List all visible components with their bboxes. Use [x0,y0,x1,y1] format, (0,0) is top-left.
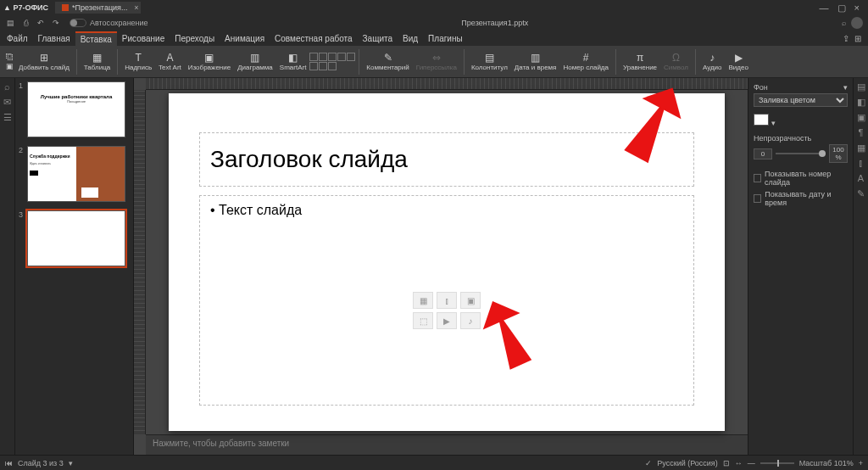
date-time-button[interactable]: ▥Дата и время [511,52,560,71]
spellcheck-icon[interactable]: ✓ [645,459,652,467]
menu-animation[interactable]: Анимация [220,32,270,45]
menu-file[interactable]: Файл [2,32,33,45]
save-icon[interactable]: ▤ [5,19,15,27]
fill-type-select[interactable]: Заливка цветом [754,93,848,107]
copy-icon[interactable]: ⿻ [3,53,15,61]
hyperlink-button[interactable]: ⇔Гиперссылка [413,52,460,71]
thumb-number: 3 [19,210,24,266]
signature-settings-icon[interactable]: ✎ [856,188,866,199]
insert-chart-icon[interactable]: ⫿ [437,292,457,309]
textbox-icon: T [131,52,145,64]
chevron-down-icon[interactable]: ▾ [771,119,776,127]
thumb-slide-1[interactable]: Лучшие работники квартала Поощрение [27,81,125,137]
slide-settings-icon[interactable]: ▤ [856,81,866,92]
textart-settings-icon[interactable]: A [856,173,866,183]
chevron-down-icon[interactable]: ▾ [843,83,848,92]
image-settings-icon[interactable]: ▣ [856,112,866,122]
chevron-down-icon[interactable]: ▾ [69,459,73,467]
add-slide-button[interactable]: ⊞Добавить слайд [15,52,73,71]
opacity-min[interactable]: 0 [754,148,772,159]
symbol-button[interactable]: ΩСимвол [660,52,692,71]
opacity-max[interactable]: 100 % [829,144,848,163]
equation-button[interactable]: πУравнение [620,52,660,71]
insert-picture-icon[interactable]: ▣ [460,292,481,309]
autosave-toggle[interactable]: Автосохранение [70,19,148,27]
vertical-ruler[interactable] [134,90,146,434]
smartart-button[interactable]: ◧SmartArt [276,52,310,71]
chart-settings-icon[interactable]: ⫿ [856,158,866,168]
thumb-slide-3[interactable] [27,210,125,266]
table-icon: ▦ [91,52,104,64]
header-footer-icon: ▤ [482,52,496,64]
table-settings-icon[interactable]: ▦ [856,143,866,153]
language-label[interactable]: Русский (Россия) [657,459,717,467]
comment-button[interactable]: ✎Комментарий [363,52,412,71]
tab-title: *Презентация... [72,3,127,12]
shape-settings-icon[interactable]: ◧ [856,97,866,107]
paste-icon[interactable]: ▣ [3,62,15,70]
menu-view[interactable]: Вид [398,32,423,45]
undo-icon[interactable]: ↶ [36,19,46,27]
color-swatch[interactable] [754,114,769,126]
menu-protect[interactable]: Защита [358,32,398,45]
comments-panel-icon[interactable]: ✉ [3,97,13,107]
menu-insert[interactable]: Вставка [75,31,117,46]
print-icon[interactable]: ⎙ [20,19,31,27]
prev-slide-icon[interactable]: ⏮ [5,459,13,467]
title-placeholder[interactable]: Заголовок слайда [199,132,694,187]
insert-clipart-icon[interactable]: ⬚ [413,312,433,329]
chart-button[interactable]: ▥Диаграмма [234,52,276,71]
content-placeholder[interactable]: • Текст слайда ▦ ⫿ ▣ ⬚ ▶ ♪ [199,195,694,406]
video-icon: ▶ [732,52,745,64]
window-maximize-icon[interactable]: ▢ [837,3,846,14]
textbox-button[interactable]: TНадпись [121,52,155,71]
shapes-gallery[interactable] [309,53,355,70]
left-toolbar: ⌕ ✉ ☰ [0,78,15,455]
right-toolbar: ▤ ◧ ▣ ¶ ▦ ⫿ A ✎ [853,78,868,455]
menu-home[interactable]: Главная [33,32,75,45]
toggle-switch-icon[interactable] [70,19,86,27]
document-title: Презентация1.pptx [153,19,837,27]
zoom-out-icon[interactable]: — [748,459,755,467]
window-close-icon[interactable]: × [854,3,860,14]
feedback-icon[interactable]: ☰ [3,112,13,122]
fit-icon[interactable]: ⊡ [723,459,730,467]
header-footer-button[interactable]: ▤Колонтитул [468,52,511,71]
add-slide-icon: ⊞ [37,52,51,64]
redo-icon[interactable]: ↷ [51,19,61,27]
menu-draw[interactable]: Рисование [117,32,170,45]
user-avatar[interactable] [851,17,863,29]
show-date-time-checkbox[interactable]: Показывать дату и время [754,190,848,207]
textart-button[interactable]: AText Art [155,52,185,71]
document-tab[interactable]: *Презентация... × [55,2,141,14]
table-button[interactable]: ▦Таблица [81,52,114,71]
menu-collab[interactable]: Совместная работа [270,32,358,45]
search-icon[interactable]: ⌕ [842,19,846,27]
zoom-in-icon[interactable]: + [859,459,863,467]
zoom-slider[interactable] [760,462,794,464]
insert-table-icon[interactable]: ▦ [413,292,433,309]
opacity-slider[interactable] [776,153,826,154]
video-button[interactable]: ▶Видео [726,52,752,71]
image-button[interactable]: ▣Изображение [185,52,234,71]
audio-button[interactable]: ♪Аудио [699,52,726,71]
thumb-number: 1 [19,81,24,137]
autosave-label: Автосохранение [90,19,148,27]
image-icon: ▣ [203,52,216,64]
slide-thumbnails: 1 Лучшие работники квартала Поощрение 2 … [15,78,134,455]
paragraph-settings-icon[interactable]: ¶ [856,127,866,137]
open-location-icon[interactable]: ⊞ [854,34,861,43]
find-icon[interactable]: ⌕ [3,81,13,92]
show-slide-number-checkbox[interactable]: Показывать номер слайда [754,170,848,187]
menu-transitions[interactable]: Переходы [170,32,220,45]
close-tab-icon[interactable]: × [134,3,138,12]
share-icon[interactable]: ⇪ [843,34,849,43]
app-logo: ▲ Р7-ОФИС [3,3,48,12]
menu-plugins[interactable]: Плагины [423,32,468,45]
notes-pane[interactable]: Нажмите, чтобы добавить заметки [146,434,748,455]
slide-number-button[interactable]: #Номер слайда [559,52,612,71]
thumb-slide-2[interactable]: Служба поддержкиЖдать и помогать [27,146,125,202]
insert-video-icon[interactable]: ▶ [437,312,457,329]
window-minimize-icon[interactable]: — [820,3,829,14]
fit-width-icon[interactable]: ↔ [735,459,743,467]
